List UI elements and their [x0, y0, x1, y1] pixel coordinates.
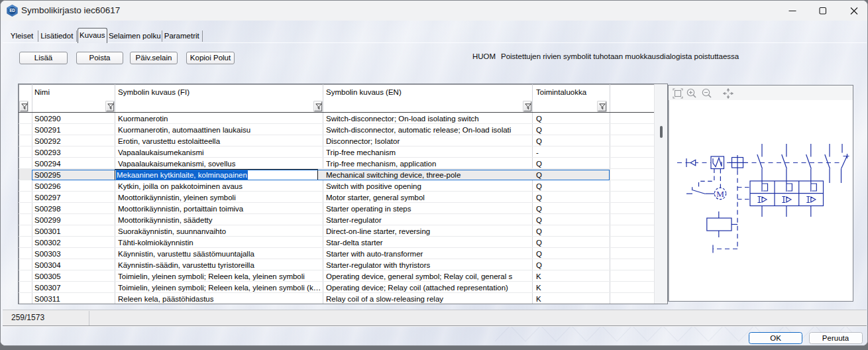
- table-row[interactable]: S00293VapaalaukaisumekanismiTrip-free me…: [19, 146, 654, 158]
- cell-nimi: S00305: [34, 270, 113, 282]
- cell-nimi: S00298: [34, 203, 113, 214]
- table-row[interactable]: S00307Toimielin, yleinen symboli; Releen…: [19, 282, 654, 293]
- table-row[interactable]: S00294Vapaalaukaisumekanismi, sovellusTr…: [19, 158, 654, 169]
- column-header-fi[interactable]: Symbolin kuvaus (FI): [118, 87, 190, 97]
- table-row[interactable]: S00299Moottorikäynnistin, säädettyStarte…: [19, 214, 654, 225]
- table-row[interactable]: S00298Moottorikäynnistin, portaittain to…: [19, 203, 654, 214]
- cell-luokka: K: [536, 293, 608, 304]
- symbol-preview-panel: M: [668, 85, 853, 302]
- note-text: Poistettujen rivien symbolit tuhotaan mu…: [501, 52, 739, 61]
- filter-funnel-icon: [107, 103, 114, 110]
- cell-en: Switch-disconnector; On-load isolating s…: [326, 113, 531, 124]
- filter-button-fi[interactable]: [314, 101, 323, 111]
- column-header-nimi[interactable]: Nimi: [34, 87, 50, 97]
- cell-luokka: Q: [536, 192, 608, 203]
- table-row[interactable]: S00296Kytkin, joilla on pakkotoiminen av…: [19, 180, 654, 192]
- action-button-p-iv-selain[interactable]: Päiv.selain: [130, 52, 178, 64]
- cancel-button[interactable]: Peruuta: [809, 332, 863, 344]
- cell-fi: Toimielin, yleinen symboli; Releen kela,…: [118, 270, 323, 282]
- table-row[interactable]: S00295Mekaaninen kytkinlaite, kolminapai…: [19, 169, 654, 180]
- cell-fi: Kuormanerotin: [118, 113, 323, 124]
- cell-en: Switch with positive opening: [326, 180, 531, 192]
- tab-kuvaus[interactable]: Kuvaus: [78, 28, 108, 43]
- cell-en: Disconnector; Isolator: [326, 135, 531, 146]
- cell-luokka: Q: [536, 248, 608, 259]
- maximize-icon: [820, 8, 826, 15]
- action-button-lis-[interactable]: Lisää: [19, 52, 68, 64]
- selected-row-outline: [32, 170, 610, 180]
- cell-en: Starter with auto-transformer: [326, 248, 531, 259]
- cell-en: Relay coil of a slow-releasing relay: [326, 293, 531, 304]
- tab-selaimen-polku[interactable]: Selaimen polku: [108, 30, 162, 42]
- close-icon: [851, 8, 857, 15]
- symbol-preview-drawing: M: [669, 100, 853, 301]
- action-button-poista[interactable]: Poista: [76, 52, 123, 64]
- cell-luokka: Q: [536, 214, 608, 225]
- cell-fi: Releen kela, päästöhidastus: [118, 293, 323, 304]
- cell-nimi: S00302: [34, 237, 113, 248]
- cell-en: Starter operating in steps: [326, 203, 531, 214]
- cell-en: Switch-disconnector, automatic release; …: [326, 124, 531, 135]
- cell-nimi: S00307: [34, 282, 113, 293]
- ok-button[interactable]: OK: [749, 332, 802, 344]
- cell-en: Direct-on-line starter, reversing: [326, 225, 531, 237]
- row-count: 259/1573: [11, 310, 44, 325]
- filter-button-nimi[interactable]: [106, 101, 115, 111]
- zoom-window-icon[interactable]: [673, 89, 682, 98]
- minimize-button[interactable]: [781, 1, 804, 21]
- table-row[interactable]: S00291Kuormanerotin, automaattinen lauka…: [19, 124, 654, 135]
- cell-nimi: S00294: [34, 158, 113, 169]
- table-row[interactable]: S00303Käynnistin, varustettu säästömuunt…: [19, 248, 654, 259]
- table-row[interactable]: S00305Toimielin, yleinen symboli; Releen…: [19, 270, 654, 282]
- maximize-button[interactable]: [812, 1, 834, 21]
- scrollbar-thumb[interactable]: [660, 126, 663, 139]
- cell-en: Motor starter, general symbol: [326, 192, 531, 203]
- cell-fi: Erotin, varustettu estolaitteella: [118, 135, 323, 146]
- statusbar: 259/1573: [3, 310, 867, 325]
- cell-luokka: Q: [536, 259, 608, 270]
- cell-nimi: S00291: [34, 124, 113, 135]
- table-row[interactable]: S00302Tähti-kolmiokäynnistinStar-delta s…: [19, 237, 654, 248]
- motor-letter: M: [716, 189, 724, 199]
- pan-icon[interactable]: [723, 88, 733, 98]
- filter-button-rowheader[interactable]: [20, 101, 28, 111]
- table-row[interactable]: S00304Käynnistin-säädin, varustettu tyri…: [19, 259, 654, 270]
- table-row[interactable]: S00292Erotin, varustettu estolaitteellaD…: [19, 135, 654, 146]
- column-header-luokka[interactable]: Toimintaluokka: [536, 87, 586, 97]
- action-button-kopioi-polut[interactable]: Kopioi Polut: [186, 52, 235, 64]
- tab-parametrit[interactable]: Parametrit: [162, 30, 202, 42]
- note-prefix: HUOM: [472, 52, 496, 61]
- table-row[interactable]: S00297Moottorikäynnistin, yleinen symbol…: [19, 192, 654, 203]
- cell-nimi: S00303: [34, 248, 113, 259]
- table-row[interactable]: S00290KuormanerotinSwitch-disconnector; …: [19, 113, 654, 124]
- close-button[interactable]: [843, 1, 865, 21]
- symbol-table: Nimi Symbolin kuvaus (FI) Symbolin kuvau…: [18, 84, 668, 304]
- table-vertical-scrollbar[interactable]: [654, 84, 667, 304]
- window-title: Symbolikirjasto iec60617: [21, 1, 120, 21]
- cell-nimi: S00301: [34, 225, 113, 237]
- column-header-en[interactable]: Symbolin kuvaus (EN): [326, 87, 402, 97]
- tab-lis-tiedot[interactable]: Lisätiedot: [38, 30, 76, 42]
- cell-nimi: S00311: [34, 293, 113, 304]
- zoom-out-icon[interactable]: [702, 89, 711, 97]
- tab-page-bottom-edge-highlight: [3, 326, 867, 327]
- table-row[interactable]: S00301Suorakäynnistin, suunnanvaihtoDire…: [19, 225, 654, 237]
- filter-button-luokka[interactable]: [598, 101, 606, 111]
- cell-en: Operating device, general symbol; Relay …: [326, 270, 531, 282]
- cell-fi: Moottorikäynnistin, säädetty: [118, 214, 323, 225]
- cell-fi: Moottorikäynnistin, portaittain toimiva: [118, 203, 323, 214]
- cell-en: Starter-regulator: [326, 214, 531, 225]
- cell-luokka: Q: [536, 124, 608, 135]
- filter-funnel-icon: [315, 103, 322, 110]
- zoom-in-icon[interactable]: [687, 89, 696, 97]
- tab-separator: [202, 30, 203, 42]
- cell-nimi: S00299: [34, 214, 113, 225]
- cell-fi: Kuormanerotin, automaattinen laukaisu: [118, 124, 323, 135]
- cell-fi: Käynnistin-säädin, varustettu tyristorei…: [118, 259, 323, 270]
- cell-fi: Toimielin, yleinen symboli; Releen kela,…: [118, 282, 323, 293]
- tab-page-top-edge: [3, 42, 867, 43]
- tab-yleiset[interactable]: Yleiset: [6, 30, 38, 42]
- table-row[interactable]: S00311Releen kela, päästöhidastusRelay c…: [19, 293, 654, 304]
- filter-button-en[interactable]: [523, 101, 532, 111]
- titlebar[interactable]: ED Symbolikirjasto iec60617: [1, 1, 867, 21]
